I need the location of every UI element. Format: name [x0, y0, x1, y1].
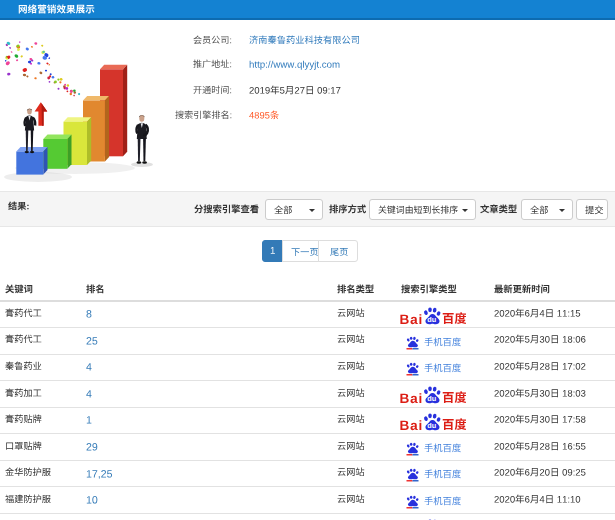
svg-text:du: du [427, 421, 436, 430]
svg-text:du: du [427, 395, 436, 404]
svg-text:du: du [427, 315, 436, 324]
